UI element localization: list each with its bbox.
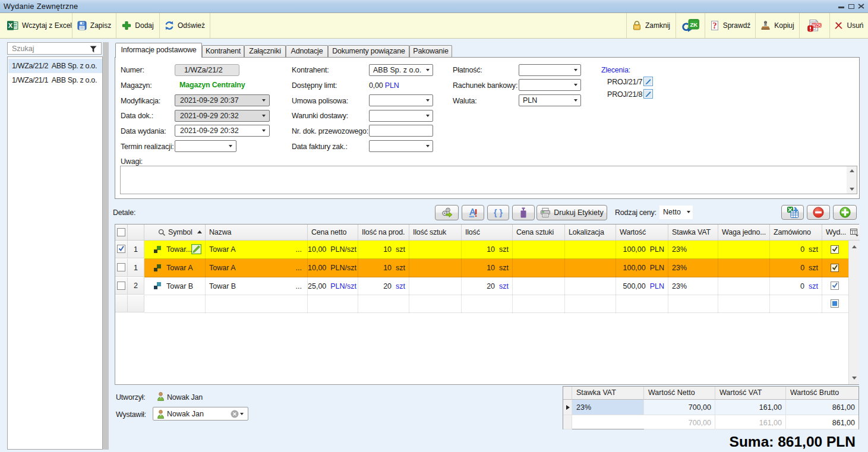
svg-text:WZK: WZK — [812, 23, 822, 27]
svg-text:X: X — [8, 22, 13, 29]
svg-text:ZK: ZK — [690, 21, 697, 27]
svg-text:?: ? — [712, 21, 717, 30]
